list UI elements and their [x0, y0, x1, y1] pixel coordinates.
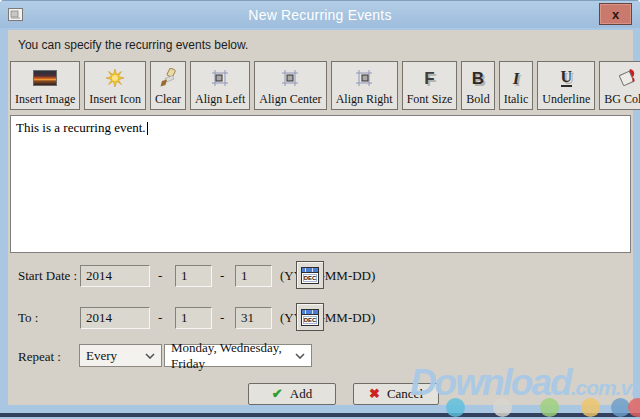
insert-image-button[interactable]: Insert Image [10, 61, 80, 110]
button-label: Align Center [259, 92, 321, 107]
to-month-field[interactable]: 1 [175, 307, 212, 329]
start-date-label: Start Date : [18, 268, 77, 284]
repeat-frequency-select[interactable]: Every [79, 344, 162, 367]
button-label: Italic [504, 92, 529, 107]
date-separator: - [220, 268, 224, 284]
repeat-label: Repeat : [18, 349, 61, 365]
cancel-button-label: Cancel [387, 386, 423, 402]
date-format-hint: (YYYY-MM-DD) [280, 310, 375, 326]
start-day-field[interactable]: 1 [235, 265, 272, 287]
start-month-field[interactable]: 1 [175, 265, 212, 287]
to-date-label: To : [18, 310, 38, 326]
paint-bucket-icon [617, 65, 639, 91]
check-icon: ✔ [272, 386, 283, 402]
to-day-field[interactable]: 31 [235, 307, 272, 329]
sun-icon [105, 65, 125, 91]
image-icon [33, 65, 57, 91]
close-button[interactable]: x [599, 3, 632, 25]
dialog-body: You can specify the recurring events bel… [8, 30, 633, 405]
italic-button[interactable]: I Italic [499, 61, 534, 110]
repeat-row: Repeat : Every Monday, Wednesday, Friday [8, 344, 633, 374]
repeat-days-select[interactable]: Monday, Wednesday, Friday [164, 344, 312, 367]
button-label: Insert Image [15, 92, 75, 107]
start-date-calendar-button[interactable]: DEC [296, 261, 324, 289]
text-cursor [147, 122, 148, 135]
button-label: Font Size [407, 92, 453, 107]
date-separator: - [158, 310, 162, 326]
title-bar: New Recurring Events x [0, 0, 640, 28]
calendar-icon: DEC [301, 267, 319, 284]
underline-icon: U [561, 69, 573, 87]
bold-icon: B [472, 65, 484, 91]
chevron-down-icon [287, 353, 305, 359]
italic-icon: I [513, 65, 520, 91]
align-left-button[interactable]: Align Left [190, 61, 250, 110]
cancel-button[interactable]: ✖ Cancel [353, 383, 439, 405]
underline-button[interactable]: U Underline [537, 61, 595, 110]
button-label: Insert Icon [89, 92, 141, 107]
calendar-icon: DEC [301, 309, 319, 326]
align-center-icon [281, 65, 299, 91]
align-right-button[interactable]: Align Right [331, 61, 398, 110]
date-format-hint: (YYYY-MM-DD) [280, 268, 375, 284]
to-date-row: To : 2014 - 1 - 31 (YYYY-MM-DD) DEC [8, 305, 633, 335]
add-button[interactable]: ✔ Add [248, 383, 336, 405]
new-recurring-events-dialog: New Recurring Events x You can specify t… [0, 0, 640, 419]
align-left-icon [211, 65, 229, 91]
clear-button[interactable]: Clear [150, 61, 186, 110]
align-center-button[interactable]: Align Center [254, 61, 326, 110]
bold-button[interactable]: B Bold [461, 61, 494, 110]
event-text: This is a recurring event. [16, 120, 146, 135]
font-size-icon: F [424, 65, 434, 91]
instruction-text: You can specify the recurring events bel… [18, 38, 248, 52]
add-button-label: Add [290, 386, 312, 402]
button-label: Bold [466, 92, 489, 107]
start-year-field[interactable]: 2014 [80, 265, 150, 287]
insert-icon-button[interactable]: Insert Icon [84, 61, 146, 110]
chevron-down-icon [137, 353, 155, 359]
start-date-row: Start Date : 2014 - 1 - 1 (YYYY-MM-DD) D… [8, 263, 633, 293]
button-label: Clear [155, 92, 181, 107]
event-text-editor[interactable]: This is a recurring event. [10, 115, 631, 253]
to-date-calendar-button[interactable]: DEC [296, 303, 324, 331]
font-size-button[interactable]: F Font Size [402, 61, 458, 110]
align-right-icon [355, 65, 373, 91]
cross-icon: ✖ [369, 386, 380, 402]
bg-color-button[interactable]: BG Color [599, 61, 640, 110]
window-bottom-edge [0, 413, 640, 417]
date-separator: - [158, 268, 162, 284]
button-label: BG Color [604, 92, 640, 107]
button-label: Underline [542, 92, 590, 107]
date-separator: - [220, 310, 224, 326]
brush-icon [158, 65, 178, 91]
button-label: Align Right [336, 92, 393, 107]
to-year-field[interactable]: 2014 [80, 307, 150, 329]
selected-days: Monday, Wednesday, Friday [171, 340, 287, 372]
window-title: New Recurring Events [0, 1, 640, 29]
selected-frequency: Every [86, 348, 117, 364]
button-label: Align Left [195, 92, 245, 107]
editor-toolbar: Insert Image Insert Icon [10, 61, 640, 110]
